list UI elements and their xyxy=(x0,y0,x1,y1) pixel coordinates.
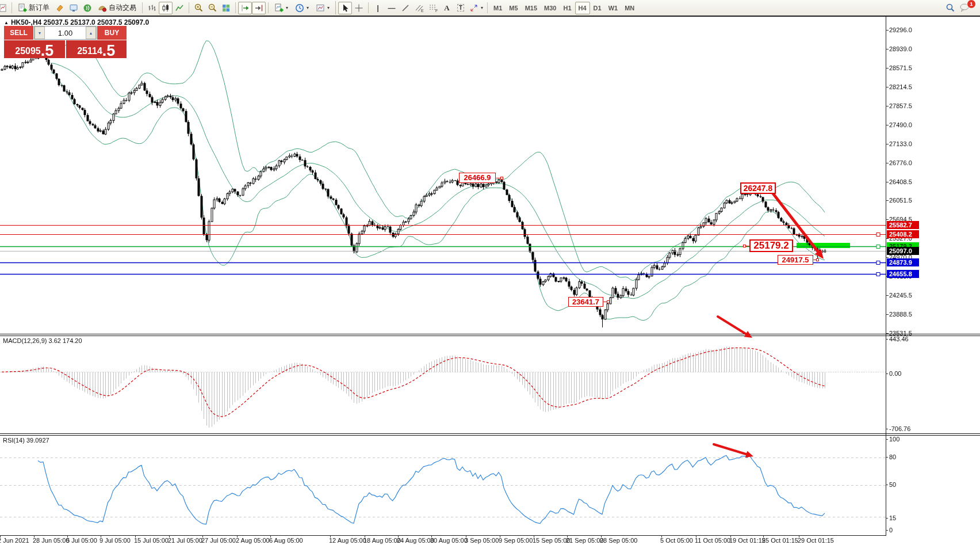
rsi-axis-tick: 80 xyxy=(889,453,896,460)
price-annotation[interactable]: 25179.2 xyxy=(749,239,793,252)
x-axis-label: 2 Aug 05:00 xyxy=(236,537,270,544)
y-axis-tick: 27133.0 xyxy=(889,140,912,147)
x-axis-label: 19 Oct 01:15 xyxy=(729,537,765,544)
timeframe-m5[interactable]: M5 xyxy=(506,2,521,14)
line-chart-button[interactable] xyxy=(173,2,186,14)
y-axis-tick: 27490.0 xyxy=(889,121,912,128)
chart-icon[interactable] xyxy=(0,2,9,14)
sell-price-button[interactable]: 25095.5 xyxy=(4,40,65,58)
search-button[interactable] xyxy=(943,2,957,14)
price-annotation[interactable]: 26247.8 xyxy=(740,182,776,194)
x-axis-label: 12 Aug 05:00 xyxy=(329,537,366,544)
candlestick-chart-button[interactable] xyxy=(159,2,173,14)
tile-windows-button[interactable] xyxy=(219,2,233,14)
x-axis-label: 21 Jul 05:00 xyxy=(168,537,202,544)
fibonacci-tool[interactable]: F xyxy=(426,2,440,14)
timeframe-m15[interactable]: M15 xyxy=(522,2,541,14)
volume-increase-button[interactable]: ▴ xyxy=(86,26,96,39)
svg-text:E: E xyxy=(421,9,424,13)
new-chart-dropdown[interactable]: ▾ xyxy=(271,2,292,14)
rsi-axis-tick: 100 xyxy=(889,436,899,443)
chart-canvas[interactable] xyxy=(0,0,980,545)
templates-dropdown[interactable]: ▾ xyxy=(312,2,333,14)
price-annotation[interactable]: 24917.5 xyxy=(778,255,813,265)
volume-decrease-button[interactable]: ▾ xyxy=(35,26,45,39)
auto-scroll-button[interactable] xyxy=(238,2,252,14)
timeframe-w1[interactable]: W1 xyxy=(605,2,622,14)
broadcast-icon xyxy=(83,3,92,13)
notification-badge: 1 xyxy=(967,0,976,9)
chart-shift-button[interactable] xyxy=(252,2,266,14)
vertical-line-tool[interactable]: | xyxy=(371,2,385,14)
arrows-dropdown[interactable]: ▾ xyxy=(468,2,485,14)
bar-chart-button[interactable] xyxy=(145,2,159,14)
cursor-icon xyxy=(340,3,350,13)
periods-dropdown[interactable]: ▾ xyxy=(292,2,312,14)
x-axis-label: 6 Aug 05:00 xyxy=(269,537,303,544)
text-label-tool[interactable]: T xyxy=(454,2,468,14)
x-axis-label: 30 Aug 05:00 xyxy=(430,537,468,544)
x-axis-label: 28 Jun 05:00 xyxy=(33,537,70,544)
crosshair-icon xyxy=(354,3,363,13)
chart-title: ▲HK50-,H4 25037.5 25137.0 25037.5 25097.… xyxy=(4,18,149,26)
volume-value[interactable]: 1.00 xyxy=(45,26,86,39)
market-watch-icon xyxy=(55,3,64,13)
y-axis-tick: 26776.0 xyxy=(889,159,912,166)
x-axis-label: 3 Sep 05:00 xyxy=(465,537,499,544)
text-icon: A xyxy=(444,3,449,13)
new-order-label: 新订单 xyxy=(29,3,49,13)
y-axis-tick: 27857.5 xyxy=(889,102,912,109)
cursor-tool-button[interactable] xyxy=(338,2,352,14)
sell-button[interactable]: SELL xyxy=(4,26,33,40)
buy-price-frac: .5 xyxy=(102,45,116,56)
volume-stepper: ▾ 1.00 ▴ xyxy=(34,26,97,40)
line-chart-icon xyxy=(175,3,184,13)
autotrading-button[interactable]: 自动交易 xyxy=(94,2,140,14)
autotrading-label: 自动交易 xyxy=(109,3,136,13)
one-click-trading-panel: SELL ▾ 1.00 ▴ BUY 25095.5 25114.5 xyxy=(4,26,127,58)
x-axis-label: 15 Sep 05:00 xyxy=(533,537,570,544)
autotrading-icon xyxy=(98,3,107,13)
price-badge: 24655.8 xyxy=(887,270,919,278)
buy-button[interactable]: BUY xyxy=(97,26,127,40)
x-axis-label: 5 Oct 05:00 xyxy=(660,537,693,544)
zoom-out-button[interactable] xyxy=(205,2,219,14)
x-axis-label: 5 Jul 05:00 xyxy=(66,537,97,544)
toolbar-separator xyxy=(142,2,143,13)
timeframe-h4[interactable]: H4 xyxy=(575,2,590,14)
price-badge: 25408.2 xyxy=(887,230,919,238)
timeframe-d1[interactable]: D1 xyxy=(590,2,605,14)
strategy-tester-button[interactable] xyxy=(81,2,94,14)
chevron-down-icon: ▾ xyxy=(307,5,309,10)
y-axis-tick: 24245.5 xyxy=(889,292,912,299)
toolbar-separator xyxy=(189,2,189,13)
y-axis-tick: 26408.5 xyxy=(889,178,912,185)
trendline-icon xyxy=(401,3,410,13)
y-axis-tick: 26051.5 xyxy=(889,197,912,204)
trendline-tool[interactable] xyxy=(399,2,412,14)
price-annotation[interactable]: 26466.9 xyxy=(459,173,496,183)
crosshair-tool-button[interactable] xyxy=(352,2,366,14)
bar-chart-icon xyxy=(147,3,156,13)
text-tool[interactable]: A xyxy=(440,2,454,14)
timeframe-h1[interactable]: H1 xyxy=(560,2,575,14)
price-badge: 25582.7 xyxy=(887,221,919,229)
new-order-button[interactable]: 新订单 xyxy=(14,2,53,14)
notifications-button[interactable]: 1 xyxy=(957,2,972,14)
data-window-button[interactable] xyxy=(67,2,81,14)
market-watch-button[interactable] xyxy=(53,2,67,14)
x-axis-label: 9 Jul 05:00 xyxy=(99,537,131,544)
timeframe-m30[interactable]: M30 xyxy=(541,2,560,14)
price-annotation[interactable]: 23641.7 xyxy=(568,297,603,307)
zoom-in-button[interactable] xyxy=(192,2,205,14)
candlestick-chart-icon xyxy=(161,3,170,13)
timeframe-mn[interactable]: MN xyxy=(621,2,638,14)
equidistant-channel-tool[interactable]: E xyxy=(412,2,426,14)
horizontal-line-tool[interactable]: — xyxy=(385,2,399,14)
x-axis-label: 24 Aug 05:00 xyxy=(397,537,434,544)
chevron-down-icon: ▾ xyxy=(286,5,288,10)
toolbar-separator xyxy=(335,1,336,14)
buy-price-button[interactable]: 25114.5 xyxy=(66,40,127,58)
buy-price-main: 25114 xyxy=(77,46,102,56)
timeframe-m1[interactable]: M1 xyxy=(490,2,506,14)
